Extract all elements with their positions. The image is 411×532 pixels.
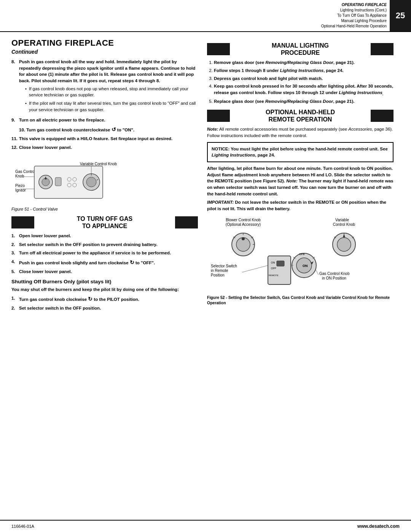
- header-subtitle4: Optional Hand-Held Remote Operation: [321, 24, 387, 29]
- optional-banner: OPTIONAL HAND-HELD REMOTE OPERATION: [207, 109, 393, 123]
- step-num: 1.: [11, 233, 19, 239]
- banner-block-ml-left: [207, 43, 230, 55]
- manual-lighting-list: Remove glass door (see Removing/Replacin…: [214, 59, 393, 105]
- variable-knob-inner: [86, 177, 96, 187]
- step-text: 10. Turn gas control knob counterclockwi…: [19, 126, 198, 133]
- off-step-list: 1. Open lower louver panel. 2. Set selec…: [11, 233, 198, 275]
- step-text: Push in gas control knob all the way and…: [19, 59, 198, 115]
- list-item: 12. Close lower louver panel.: [11, 144, 198, 151]
- website: www.desatech.com: [357, 524, 400, 529]
- on-text: ON: [303, 264, 308, 268]
- shutting-step1-suffix: to the PILOT position.: [94, 297, 139, 302]
- step-text: Turn on all electric power to the firepl…: [19, 117, 198, 123]
- sel-off: OFF: [271, 267, 276, 270]
- step-list: 8. Push in gas control knob all the way …: [11, 59, 198, 151]
- step-num: 12.: [11, 144, 19, 151]
- list-item: 5. Close lower louver panel.: [11, 268, 198, 275]
- step10-suffix: to "ON".: [117, 128, 134, 132]
- list-item: Follow steps 1 through 8 under Lighting …: [214, 67, 393, 74]
- section-subtitle: Continued: [11, 49, 198, 55]
- banner-block-op-left: [207, 110, 230, 122]
- banner-title-text: TO TURN OFF GAS TO APPLIANCE: [34, 215, 175, 230]
- blower-label2: (Optional Accessory): [226, 222, 261, 227]
- step-text: Turn off all electrical power to the app…: [19, 250, 198, 256]
- note-text: Note: All remote control accessories mus…: [207, 126, 393, 139]
- figure-51-area: Gas Control Knob Piezo Ignitor Variable …: [11, 155, 198, 211]
- header-subtitle3: Manual Lighting Procedure: [321, 18, 387, 24]
- step-num: 2.: [11, 241, 19, 248]
- cw-arrow: ↻: [130, 259, 134, 265]
- figure-51-caption: Figure 51 - Control Valve: [11, 207, 198, 211]
- figure-52-caption: Figure 52 - Setting the Selector Switch,…: [207, 295, 393, 306]
- step10-prefix: 10. Turn gas control knob counterclockwi…: [19, 128, 110, 132]
- sel-remote: REMOTE: [269, 274, 279, 276]
- step-text: Turn gas control knob clockwise ↻ to the…: [19, 295, 198, 303]
- selector-slider: [277, 261, 284, 266]
- step-text: This valve is equipped with a HI/LO feat…: [19, 136, 198, 142]
- step-num: 4.: [11, 259, 19, 266]
- ccw-arrow: ↺: [112, 126, 116, 133]
- list-item: 4. Push in gas control knob slightly and…: [11, 259, 198, 266]
- variable-label1: Variable: [335, 218, 349, 222]
- banner-block-op-right: [371, 110, 393, 122]
- bullet-text: If the pilot will not stay lit after sev…: [29, 100, 198, 113]
- step-text: Set selector switch in the OFF position.: [19, 305, 198, 312]
- piezo-button: [55, 177, 61, 186]
- step-text: Open lower louver panel.: [19, 233, 198, 239]
- step-num: 8.: [11, 59, 19, 115]
- gas-knob-line: [315, 269, 319, 275]
- banner-block-left: [11, 216, 34, 228]
- step-text: Close lower louver panel.: [19, 144, 198, 151]
- gas-knob-label2: in ON Position: [322, 276, 346, 280]
- after-lighting-para: After lighting, let pilot flame burn for…: [207, 165, 393, 197]
- list-item: 3. Turn off all electrical power to the …: [11, 250, 198, 256]
- selector-line: [242, 265, 268, 272]
- important-para: IMPORTANT: Do not leave the selector swi…: [207, 199, 393, 212]
- sel-on: ON: [271, 261, 275, 264]
- page-footer: 116646-01A www.desatech.com: [0, 520, 411, 532]
- list-item: 1. Turn gas control knob clockwise ↻ to …: [11, 295, 198, 303]
- right-column: MANUAL LIGHTING PROCEDURE Remove glass d…: [207, 38, 393, 514]
- banner-block-right: [175, 216, 198, 228]
- manual-lighting-title: MANUAL LIGHTING PROCEDURE: [230, 42, 371, 56]
- selector-label1: Selector Switch: [211, 264, 237, 268]
- figure-52-area: Blower Control Knob (Optional Accessory)…: [207, 216, 393, 306]
- step-num: 9.: [11, 117, 19, 123]
- shutting-para: You may shut off the burners and keep th…: [11, 286, 198, 293]
- bullet-text: If gas control knob does not pop up when…: [29, 86, 198, 98]
- variable-label2: Control Knob: [333, 222, 355, 227]
- blower-knob-dot: [242, 237, 245, 240]
- figure-52-diagram: Blower Control Knob (Optional Accessory)…: [207, 216, 374, 292]
- list-item-10: 10. Turn gas control knob counterclockwi…: [11, 126, 198, 133]
- manual-lighting-banner: MANUAL LIGHTING PROCEDURE: [207, 42, 393, 56]
- shutting-step1-prefix: Turn gas control knob clockwise: [19, 297, 87, 302]
- list-item: 9. Turn on all electric power to the fir…: [11, 117, 198, 123]
- control-valve-diagram: Gas Control Knob Piezo Ignitor Variable …: [11, 155, 118, 204]
- off-text-knob: OFF: [299, 253, 304, 256]
- selector-label2: in Remote: [211, 268, 228, 273]
- shutting-list: 1. Turn gas control knob clockwise ↻ to …: [11, 295, 198, 312]
- blower-label1: Blower Control Knob: [226, 218, 261, 222]
- off-step4-suffix: to "OFF".: [135, 260, 155, 265]
- step-num: [11, 126, 19, 133]
- list-item: Keep gas control knob pressed in for 30 …: [214, 83, 393, 97]
- bullet-list: If gas control knob does not pop up when…: [19, 86, 198, 113]
- step-num: 1.: [11, 295, 19, 303]
- list-item: 11. This valve is equipped with a HI/LO …: [11, 136, 198, 142]
- page-header: OPERATING FIREPLACE Lighting Instruction…: [0, 0, 411, 32]
- list-item: 2. Set selector switch in the OFF positi…: [11, 305, 198, 312]
- list-item: 1. Open lower louver panel.: [11, 233, 198, 239]
- variable-control-label: Variable Control Knob: [80, 162, 117, 166]
- header-text: OPERATING FIREPLACE Lighting Instruction…: [318, 0, 390, 31]
- selector-box: [268, 256, 291, 284]
- list-item: If gas control knob does not pop up when…: [25, 86, 198, 98]
- selector-label3: Position: [211, 273, 225, 277]
- page-number: 25: [390, 0, 411, 31]
- to-turn-off-banner: TO TURN OFF GAS TO APPLIANCE: [11, 215, 198, 230]
- knob-label: Knob: [15, 174, 24, 178]
- part-number: 116646-01A: [11, 524, 34, 529]
- variable-knob-inner2: [337, 238, 351, 251]
- step-num: 11.: [11, 136, 19, 142]
- list-item: 8. Push in gas control knob all the way …: [11, 59, 198, 115]
- off-step4-prefix: Push in gas control knob slightly and tu…: [19, 260, 129, 265]
